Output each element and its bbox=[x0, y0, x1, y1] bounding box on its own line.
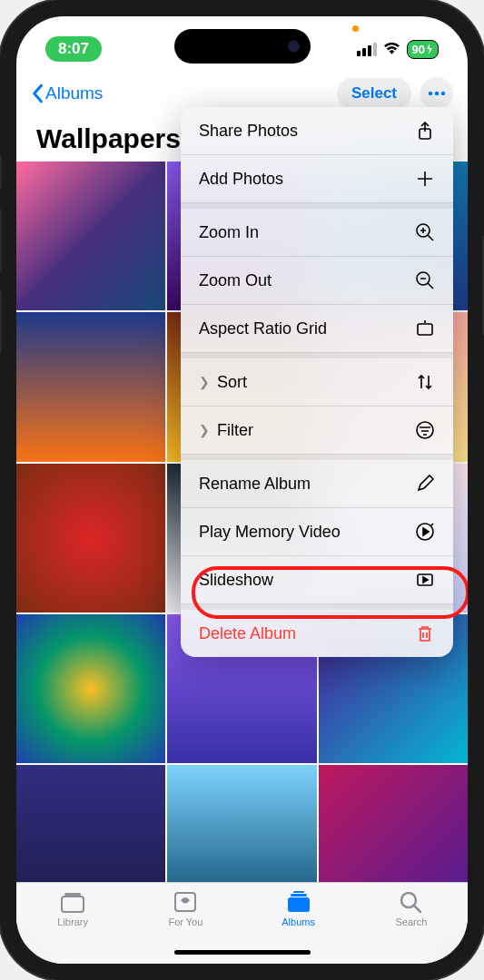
for-you-icon bbox=[172, 890, 199, 914]
menu-label: Rename Album bbox=[199, 475, 311, 494]
volume-down-button bbox=[0, 290, 2, 354]
chevron-right-icon: ❯ bbox=[199, 423, 210, 437]
svg-rect-13 bbox=[288, 897, 310, 912]
photo-thumbnail[interactable] bbox=[16, 464, 165, 612]
album-title: Wallpapers bbox=[36, 123, 181, 154]
tab-search[interactable]: Search bbox=[375, 890, 448, 927]
wifi-icon bbox=[383, 43, 400, 55]
svg-point-0 bbox=[429, 92, 432, 95]
context-menu: Share Photos Add Photos Zoom In Zoom Out… bbox=[181, 107, 453, 657]
search-icon bbox=[398, 890, 425, 914]
menu-label: Aspect Ratio Grid bbox=[199, 319, 327, 338]
photo-thumbnail[interactable] bbox=[16, 312, 165, 461]
tab-label: Albums bbox=[282, 916, 315, 927]
aspect-ratio-icon bbox=[415, 318, 435, 338]
menu-label: Zoom In bbox=[199, 223, 259, 242]
plus-icon bbox=[415, 169, 435, 189]
volume-up-button bbox=[0, 209, 2, 272]
photo-thumbnail[interactable] bbox=[16, 614, 165, 763]
side-button bbox=[0, 154, 2, 189]
chevron-left-icon bbox=[31, 83, 44, 103]
albums-icon bbox=[285, 890, 312, 914]
menu-zoom-out[interactable]: Zoom Out bbox=[181, 257, 453, 305]
svg-rect-11 bbox=[64, 893, 81, 896]
zoom-out-icon bbox=[415, 270, 435, 290]
ellipsis-icon bbox=[428, 91, 446, 96]
tab-albums[interactable]: Albums bbox=[262, 890, 335, 927]
menu-label: ❯Filter bbox=[199, 421, 253, 440]
mic-indicator-dot bbox=[352, 25, 359, 32]
tab-for-you[interactable]: For You bbox=[149, 890, 222, 927]
menu-label: Play Memory Video bbox=[199, 523, 341, 542]
tab-library[interactable]: Library bbox=[36, 890, 109, 927]
menu-zoom-in[interactable]: Zoom In bbox=[181, 203, 453, 257]
status-time: 8:07 bbox=[45, 36, 102, 62]
svg-point-7 bbox=[417, 422, 433, 438]
menu-label: Add Photos bbox=[199, 170, 283, 189]
menu-delete-album[interactable]: Delete Album bbox=[181, 604, 453, 657]
photo-thumbnail[interactable] bbox=[16, 162, 165, 310]
select-button[interactable]: Select bbox=[337, 78, 411, 109]
tab-label: Library bbox=[57, 916, 88, 927]
menu-aspect-ratio[interactable]: Aspect Ratio Grid bbox=[181, 305, 453, 353]
tab-label: For You bbox=[168, 916, 202, 927]
menu-filter[interactable]: ❯Filter bbox=[181, 407, 453, 455]
more-button[interactable] bbox=[420, 77, 453, 110]
slideshow-icon bbox=[415, 570, 435, 590]
menu-label: ❯Sort bbox=[199, 373, 247, 392]
trash-icon bbox=[415, 623, 435, 643]
share-icon bbox=[415, 121, 435, 141]
screen: 8:07 90 Albums Select Wallpapers bbox=[16, 16, 468, 964]
library-icon bbox=[59, 890, 86, 914]
photo-thumbnail[interactable] bbox=[319, 765, 468, 882]
zoom-in-icon bbox=[415, 222, 435, 242]
cellular-signal-icon bbox=[357, 43, 377, 56]
battery-indicator: 90 bbox=[407, 40, 439, 59]
menu-sort[interactable]: ❯Sort bbox=[181, 353, 453, 407]
svg-point-2 bbox=[441, 92, 445, 95]
home-indicator[interactable] bbox=[174, 950, 311, 955]
menu-share-photos[interactable]: Share Photos bbox=[181, 107, 453, 155]
svg-rect-15 bbox=[293, 891, 304, 893]
photo-thumbnail[interactable] bbox=[167, 765, 316, 882]
tab-label: Search bbox=[395, 916, 427, 927]
svg-rect-10 bbox=[62, 897, 84, 912]
sort-icon bbox=[415, 372, 435, 392]
menu-rename-album[interactable]: Rename Album bbox=[181, 455, 453, 508]
photo-thumbnail[interactable] bbox=[16, 765, 165, 882]
menu-slideshow[interactable]: Slideshow bbox=[181, 556, 453, 604]
svg-rect-14 bbox=[291, 894, 307, 897]
chevron-right-icon: ❯ bbox=[199, 375, 210, 389]
menu-label: Slideshow bbox=[199, 571, 273, 590]
menu-play-memory[interactable]: Play Memory Video bbox=[181, 508, 453, 556]
menu-label: Share Photos bbox=[199, 122, 298, 141]
memory-play-icon bbox=[415, 522, 435, 542]
dynamic-island bbox=[174, 29, 311, 64]
back-label: Albums bbox=[45, 83, 103, 103]
back-button[interactable]: Albums bbox=[31, 83, 103, 103]
menu-label: Delete Album bbox=[199, 624, 296, 643]
phone-frame: 8:07 90 Albums Select Wallpapers bbox=[0, 0, 484, 980]
filter-icon bbox=[415, 420, 435, 440]
menu-add-photos[interactable]: Add Photos bbox=[181, 155, 453, 203]
svg-point-1 bbox=[435, 92, 439, 95]
svg-rect-6 bbox=[418, 324, 432, 335]
pencil-icon bbox=[415, 474, 435, 494]
menu-label: Zoom Out bbox=[199, 271, 272, 290]
